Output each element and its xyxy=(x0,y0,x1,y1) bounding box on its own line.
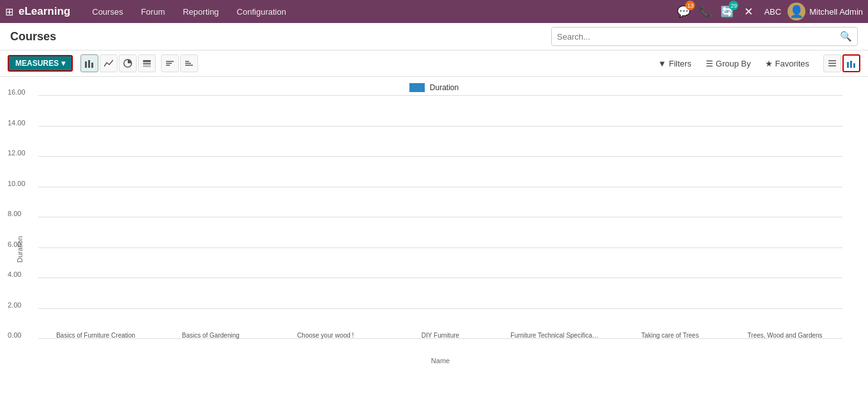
sort-desc-icon xyxy=(185,59,194,68)
refresh-button[interactable]: 🔄 29 xyxy=(718,3,736,20)
page-header: Courses 🔍 xyxy=(0,23,868,51)
chart-view-icon xyxy=(847,59,856,68)
list-view-button[interactable] xyxy=(823,54,841,72)
y-tick-label: 8.00 xyxy=(8,210,21,217)
x-tick-label: Basics of Furniture Creation xyxy=(56,332,135,339)
x-tick-label: Choose your wood ! xyxy=(297,332,354,339)
y-tick-label: 0.00 xyxy=(8,331,21,339)
bars-row: Basics of Furniture CreationBasics of Ga… xyxy=(38,70,842,339)
measures-dropdown-icon: ▾ xyxy=(61,59,65,68)
sort-buttons xyxy=(161,54,198,72)
svg-rect-5 xyxy=(143,63,151,65)
line-chart-icon xyxy=(104,59,113,68)
svg-rect-16 xyxy=(847,62,849,68)
y-tick-label: 12.00 xyxy=(8,149,26,157)
search-input[interactable] xyxy=(557,32,840,42)
sort-asc-button[interactable] xyxy=(161,54,179,72)
chart-inner: 16.0014.0012.0010.008.006.004.002.000.00… xyxy=(38,96,842,364)
page-title: Courses xyxy=(10,30,56,43)
chart-area: Duration Duration 16.0014.0012.0010.008.… xyxy=(0,77,868,403)
bar-group[interactable]: Taking care of Trees xyxy=(625,328,715,339)
x-tick-label: Trees, Wood and Gardens xyxy=(747,332,822,339)
measures-button[interactable]: MEASURES ▾ xyxy=(8,55,73,72)
svg-rect-4 xyxy=(143,60,151,62)
brand-name[interactable]: eLearning xyxy=(19,5,70,18)
list-view-icon xyxy=(828,59,837,68)
groupby-button[interactable]: ☰ Group By xyxy=(701,56,756,71)
chat-button[interactable]: 💬 13 xyxy=(674,3,692,20)
phone-button[interactable]: 📞 xyxy=(696,3,714,20)
nav-right: 💬 13 📞 🔄 29 ✕ ABC 👤 Mitchell Admin xyxy=(674,3,863,20)
top-navigation: ⊞ eLearning Courses Forum Reporting Conf… xyxy=(0,0,868,23)
bar-group[interactable]: Basics of Gardening xyxy=(166,328,255,339)
close-button[interactable]: ✕ xyxy=(740,3,758,20)
nav-forum[interactable]: Forum xyxy=(132,0,174,23)
stacked-chart-button[interactable] xyxy=(138,54,156,72)
nav-courses[interactable]: Courses xyxy=(83,0,132,23)
x-tick-label: Taking care of Trees xyxy=(641,332,699,339)
groupby-icon: ☰ xyxy=(706,59,713,68)
bar-group[interactable]: Choose your wood ! xyxy=(281,328,370,339)
pie-chart-icon xyxy=(123,59,132,68)
bar-group[interactable]: DIY Furniture xyxy=(395,328,485,339)
y-tick-label: 14.00 xyxy=(8,119,26,127)
chart-container: Duration 16.0014.0012.0010.008.006.004.0… xyxy=(0,96,868,403)
bar-group[interactable]: Trees, Wood and Gardens xyxy=(740,328,830,339)
chart-type-buttons xyxy=(80,54,156,72)
y-tick-label: 2.00 xyxy=(8,301,21,309)
toolbar-right: ▼ Filters ☰ Group By ★ Favorites xyxy=(653,54,860,72)
avatar[interactable]: 👤 xyxy=(788,3,805,20)
search-icon[interactable]: 🔍 xyxy=(840,31,852,42)
filter-icon: ▼ xyxy=(658,59,666,68)
chart-view-button[interactable] xyxy=(842,54,860,72)
bar-chart-icon xyxy=(85,59,94,68)
x-axis-label: Name xyxy=(38,357,842,364)
y-axis-label: Duration xyxy=(16,236,24,263)
x-tick-label: Furniture Technical Specifications xyxy=(510,332,600,339)
svg-rect-1 xyxy=(88,60,90,68)
nav-configuration[interactable]: Configuration xyxy=(228,0,295,23)
chat-badge: 13 xyxy=(685,1,695,10)
filters-button[interactable]: ▼ Filters xyxy=(653,56,696,71)
svg-rect-2 xyxy=(91,63,93,68)
search-bar: 🔍 xyxy=(551,27,858,46)
svg-rect-0 xyxy=(85,61,87,68)
y-tick-label: 4.00 xyxy=(8,270,21,278)
pie-chart-button[interactable] xyxy=(119,54,137,72)
favorites-button[interactable]: ★ Favorites xyxy=(760,56,814,71)
bar-chart-button[interactable] xyxy=(80,54,98,72)
abc-button[interactable]: ABC xyxy=(761,7,784,17)
x-tick-label: Basics of Gardening xyxy=(182,332,240,339)
bar-group[interactable]: Furniture Technical Specifications xyxy=(510,328,600,339)
x-tick-label: DIY Furniture xyxy=(422,332,459,339)
refresh-badge: 29 xyxy=(729,1,738,10)
sort-desc-button[interactable] xyxy=(180,54,198,72)
svg-rect-6 xyxy=(143,65,151,67)
y-tick-label: 10.00 xyxy=(8,180,26,187)
nav-reporting[interactable]: Reporting xyxy=(174,0,227,23)
user-name[interactable]: Mitchell Admin xyxy=(809,7,863,17)
line-chart-button[interactable] xyxy=(100,54,118,72)
sort-asc-icon xyxy=(165,59,174,68)
star-icon: ★ xyxy=(765,59,773,68)
svg-rect-17 xyxy=(850,61,852,68)
bar-group[interactable]: Basics of Furniture Creation xyxy=(51,328,141,339)
stacked-icon xyxy=(142,59,151,68)
svg-rect-18 xyxy=(853,63,855,68)
main-menu: Courses Forum Reporting Configuration xyxy=(83,0,295,23)
view-buttons xyxy=(823,54,860,72)
grid-icon[interactable]: ⊞ xyxy=(5,6,13,18)
